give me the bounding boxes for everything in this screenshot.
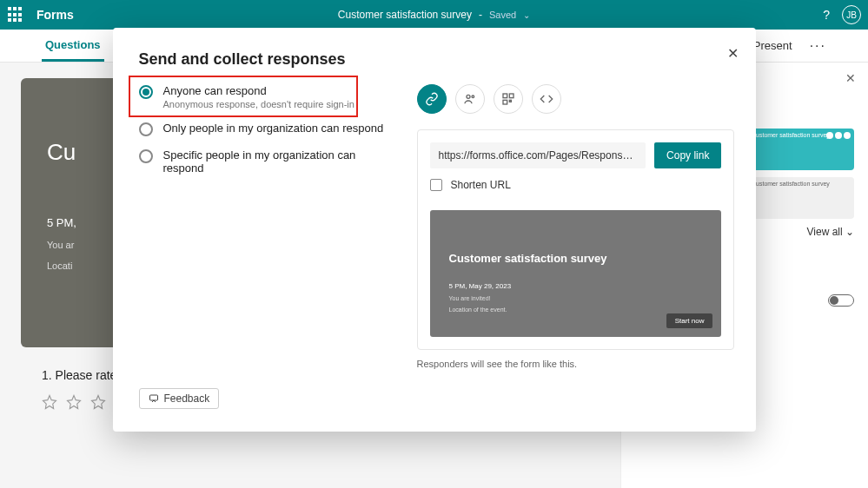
preview-title: Customer satisfaction survey [449,252,703,265]
preview-time: 5 PM, May 29, 2023 [449,282,703,290]
share-tab-embed[interactable] [532,84,561,114]
link-panel: https://forms.office.com/Pages/ResponseP… [417,129,735,350]
form-preview-card: Customer satisfaction survey 5 PM, May 2… [430,210,722,337]
start-now-button: Start now [666,313,713,328]
link-input[interactable]: https://forms.office.com/Pages/ResponseP… [430,142,646,168]
radio-option-specific[interactable]: Specific people in my organization can r… [139,148,400,175]
radio-option-org[interactable]: Only people in my organization can respo… [139,122,400,136]
share-tab-qr[interactable] [494,84,523,114]
feedback-label: Feedback [164,392,210,405]
radio-sublabel: Anonymous response, doesn't require sign… [163,99,354,109]
radio-label: Anyone can respond [163,84,354,97]
preview-caption: Responders will see the form like this. [417,359,735,369]
share-tabs [417,84,735,114]
svg-point-0 [467,95,470,98]
link-icon [425,92,439,106]
respond-options-panel: Anyone can respond Anonymous response, d… [139,84,400,369]
radio-icon-selected [139,85,153,99]
embed-icon [540,92,553,106]
copy-link-button[interactable]: Copy link [654,142,721,168]
shorten-label: Shorten URL [451,179,511,191]
share-tab-invite[interactable] [455,84,485,114]
shorten-url-row[interactable]: Shorten URL [430,179,722,191]
radio-icon [139,149,153,163]
share-tab-link[interactable] [417,84,447,114]
radio-label: Only people in my organization can respo… [163,122,384,135]
svg-rect-6 [149,395,157,400]
svg-rect-5 [509,100,511,102]
radio-label: Specific people in my organization can r… [163,148,400,175]
shorten-checkbox[interactable] [430,179,442,191]
preview-desc-2: Location of the event. [449,307,703,313]
qr-icon [501,92,515,106]
feedback-button[interactable]: Feedback [139,388,220,409]
share-panel: https://forms.office.com/Pages/ResponseP… [417,84,735,369]
invite-icon [463,92,477,106]
svg-rect-2 [503,94,507,98]
radio-icon [139,122,153,136]
close-modal-icon[interactable]: ✕ [727,45,739,62]
modal-title: Send and collect responses [139,50,730,69]
feedback-icon [149,393,159,404]
svg-point-1 [472,96,474,98]
radio-option-anyone[interactable]: Anyone can respond Anonymous response, d… [139,84,400,109]
preview-desc-1: You are invited! [449,295,703,301]
modal-overlay: ✕ Send and collect responses Anyone can … [0,0,868,488]
svg-rect-4 [503,100,507,104]
svg-rect-3 [509,94,514,98]
send-collect-modal: ✕ Send and collect responses Anyone can … [113,28,756,432]
